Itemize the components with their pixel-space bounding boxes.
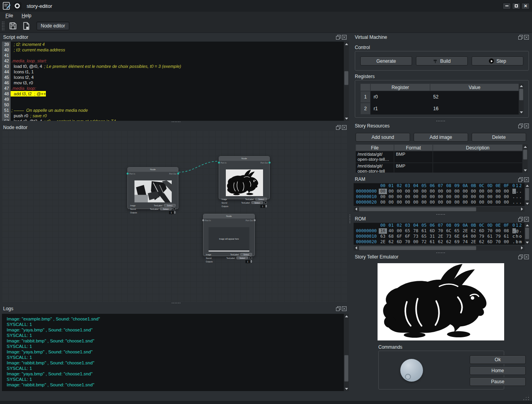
scroll-up-icon[interactable]: [345, 43, 348, 45]
scroll-down-icon[interactable]: [345, 388, 348, 390]
spin-up-icon[interactable]: [265, 205, 267, 206]
spin-down-icon[interactable]: [251, 262, 252, 263]
sound-select-button[interactable]: Select: [236, 257, 248, 259]
outputs-spinbox[interactable]: 1: [260, 205, 267, 208]
splitter-handle[interactable]: [171, 302, 181, 304]
close-panel-icon[interactable]: [524, 124, 529, 128]
menu-file[interactable]: File: [5, 13, 13, 18]
logs-scrollbar[interactable]: [344, 314, 349, 391]
scroll-down-icon[interactable]: [526, 242, 529, 244]
ram-hscrollbar[interactable]: [354, 207, 525, 212]
scroll-up-icon[interactable]: [526, 224, 529, 226]
float-panel-icon[interactable]: [336, 35, 341, 40]
image-select-button[interactable]: Select: [164, 204, 176, 207]
scroll-up-icon[interactable]: [526, 185, 529, 187]
hex-row[interactable]: 000000202E626D70007261626269742E626D7000…: [354, 239, 525, 245]
scroll-up-icon[interactable]: [520, 85, 523, 87]
scroll-thumb[interactable]: [359, 246, 476, 250]
scroll-left-icon[interactable]: [355, 207, 357, 211]
media-node[interactable]: NodePort InPort OutImage will appear her…: [203, 214, 255, 256]
media-node[interactable]: NodePort InPort OutImageTextLabelSelectS…: [127, 167, 178, 209]
scroll-thumb[interactable]: [344, 355, 349, 382]
script-scrollbar[interactable]: [344, 42, 349, 121]
resources-scrollbar[interactable]: [523, 144, 528, 173]
resource-row[interactable]: /mnt/data/git/ open-story-tell…BMP: [356, 151, 523, 163]
port-in-dot[interactable]: [202, 219, 204, 221]
image-select-button[interactable]: Select: [255, 198, 267, 200]
add-sound-button[interactable]: Add sound: [356, 133, 410, 142]
scroll-down-icon[interactable]: [524, 169, 527, 171]
delete-button[interactable]: Delete: [472, 133, 526, 142]
scroll-thumb[interactable]: [525, 227, 529, 239]
spin-up-icon[interactable]: [174, 211, 176, 212]
sound-play-icon[interactable]: [264, 201, 267, 204]
build-button[interactable]: Build: [416, 56, 468, 66]
port-out-dot[interactable]: [269, 162, 271, 164]
spin-down-icon[interactable]: [265, 206, 267, 207]
port-in-dot[interactable]: [218, 162, 220, 164]
scroll-thumb[interactable]: [344, 71, 349, 85]
logs-output[interactable]: Image: "example.bmp" , Sound: "choose1.s…: [2, 314, 344, 391]
export-button[interactable]: [21, 20, 32, 31]
rom-hscrollbar[interactable]: [354, 246, 525, 251]
scroll-thumb[interactable]: [523, 149, 527, 160]
close-panel-icon[interactable]: [524, 177, 529, 182]
pause-button[interactable]: Pause: [470, 377, 526, 386]
registers-scrollbar[interactable]: [519, 84, 524, 115]
resource-row[interactable]: /mnt/data/git/ open-story-tellBMP: [356, 163, 523, 173]
sound-play-icon[interactable]: [173, 207, 176, 210]
close-panel-icon[interactable]: [524, 35, 529, 40]
float-panel-icon[interactable]: [518, 217, 523, 222]
register-row[interactable]: 2r116: [360, 103, 519, 115]
menu-help[interactable]: Help: [22, 13, 31, 18]
ram-vscrollbar[interactable]: [525, 183, 530, 206]
selection-knob[interactable]: [400, 359, 423, 382]
sound-select-button[interactable]: Select: [160, 207, 172, 210]
toolbar-drag-handle[interactable]: [2, 21, 5, 31]
image-select-button[interactable]: Select: [240, 253, 252, 256]
scroll-up-icon[interactable]: [345, 315, 348, 317]
step-button[interactable]: Step: [472, 56, 523, 66]
hex-row[interactable]: 0000001063686F6F7365312E736E640079617961…: [354, 234, 525, 239]
spin-up-icon[interactable]: [251, 260, 252, 261]
script-code-area[interactable]: 39 ; t2: increment 440 ; t3: current med…: [2, 42, 344, 121]
outputs-spinbox[interactable]: 1: [245, 260, 252, 263]
save-button[interactable]: [7, 20, 18, 31]
scroll-thumb[interactable]: [525, 188, 529, 200]
ram-hex-view[interactable]: 000102030405060708090A0B0C0D0E0F01200000…: [354, 183, 525, 206]
minimize-button[interactable]: [503, 3, 511, 9]
scroll-right-icon[interactable]: [521, 246, 523, 249]
scroll-left-icon[interactable]: [355, 246, 357, 249]
splitter-handle[interactable]: [436, 120, 445, 122]
hex-row[interactable]: 000000001640006578616D706C652E626D700008…: [354, 228, 525, 234]
scroll-down-icon[interactable]: [526, 203, 529, 205]
sound-select-button[interactable]: Select: [251, 201, 263, 204]
float-panel-icon[interactable]: [336, 125, 341, 130]
float-panel-icon[interactable]: [336, 306, 341, 311]
generate-button[interactable]: Generate: [360, 56, 412, 66]
scroll-thumb[interactable]: [359, 207, 476, 211]
close-panel-icon[interactable]: [524, 255, 529, 259]
scroll-right-icon[interactable]: [521, 207, 523, 211]
scroll-up-icon[interactable]: [524, 146, 527, 148]
close-panel-icon[interactable]: [342, 125, 347, 130]
home-button[interactable]: Home: [470, 366, 526, 375]
rom-vscrollbar[interactable]: [525, 223, 530, 245]
float-panel-icon[interactable]: [518, 124, 523, 128]
port-in-dot[interactable]: [127, 173, 129, 175]
close-panel-icon[interactable]: [342, 35, 347, 40]
media-node[interactable]: NodePort InPort OutImageTextLabelSelectS…: [219, 156, 270, 199]
rom-hex-view[interactable]: 000102030405060708090A0B0C0D0E0F01200000…: [354, 223, 525, 245]
outputs-spinbox[interactable]: 1: [169, 211, 176, 214]
float-panel-icon[interactable]: [518, 255, 523, 259]
node-editor-toggle-button[interactable]: Node editor: [36, 22, 69, 30]
column-splitter-handle[interactable]: [349, 214, 350, 224]
splitter-handle[interactable]: [171, 121, 181, 122]
ok-button[interactable]: Ok: [470, 355, 526, 364]
sound-play-icon[interactable]: [249, 257, 252, 259]
node-canvas[interactable]: NodePort InPort OutImageTextLabelSelectS…: [2, 131, 347, 302]
spin-down-icon[interactable]: [174, 213, 176, 214]
hex-row[interactable]: 0000002000000000000000000000000000000000…: [354, 200, 525, 205]
port-out-dot[interactable]: [177, 173, 179, 175]
scroll-thumb[interactable]: [519, 89, 523, 100]
